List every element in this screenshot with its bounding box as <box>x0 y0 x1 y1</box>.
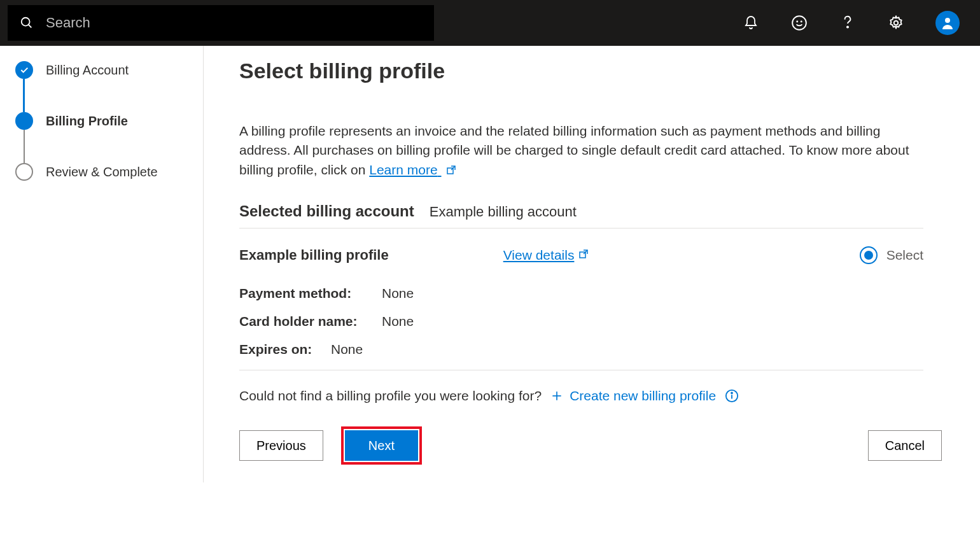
field-card-holder: Card holder name: None <box>239 314 923 329</box>
topbar <box>0 0 980 46</box>
svg-point-6 <box>894 21 899 25</box>
svg-point-3 <box>797 21 797 22</box>
external-link-icon <box>578 248 589 263</box>
description-text: A billing profile represents an invoice … <box>239 123 909 177</box>
selected-billing-account-row: Selected billing account Example billing… <box>239 202 923 228</box>
field-label: Payment method: <box>239 286 373 301</box>
page-title: Select billing profile <box>239 59 942 83</box>
billing-profile-name: Example billing profile <box>239 247 389 263</box>
create-new-billing-profile-link[interactable]: Create new billing profile <box>550 388 716 404</box>
wizard-stepper: Billing Account Billing Profile Review &… <box>0 46 204 482</box>
step-billing-profile[interactable]: Billing Profile <box>15 112 188 130</box>
step-bullet-pending <box>15 163 33 181</box>
next-button[interactable]: Next <box>345 430 418 461</box>
step-label: Review & Complete <box>46 165 158 179</box>
selected-account-value: Example billing account <box>430 204 577 220</box>
description: A billing profile represents an invoice … <box>239 122 923 181</box>
highlight-annotation: Next <box>341 426 422 465</box>
feedback-smile-icon[interactable] <box>790 14 808 32</box>
not-found-text: Could not find a billing profile you wer… <box>239 388 542 404</box>
learn-more-label: Learn more <box>369 162 437 177</box>
step-label: Billing Profile <box>46 114 128 129</box>
info-icon[interactable] <box>725 389 739 403</box>
step-connector <box>24 130 25 163</box>
field-value: None <box>382 286 414 301</box>
select-label: Select <box>886 248 923 263</box>
topbar-actions <box>742 11 972 35</box>
svg-point-5 <box>847 26 848 27</box>
previous-button[interactable]: Previous <box>239 430 323 461</box>
svg-line-1 <box>29 25 32 28</box>
avatar[interactable] <box>935 11 960 35</box>
search-box[interactable] <box>8 5 434 41</box>
wizard-footer-buttons: Previous Next Cancel <box>239 415 942 482</box>
select-profile-radio[interactable]: Select <box>860 246 923 264</box>
search-icon <box>18 14 36 32</box>
step-bullet-current <box>15 112 33 130</box>
view-details-label: View details <box>503 248 575 263</box>
svg-point-0 <box>22 18 30 26</box>
main-panel: Select billing profile A billing profile… <box>204 46 980 482</box>
billing-profile-card: Example billing profile View details Sel… <box>239 228 923 370</box>
field-value: None <box>331 342 363 357</box>
step-label: Billing Account <box>46 63 129 78</box>
svg-point-7 <box>945 18 950 23</box>
learn-more-link[interactable]: Learn more <box>369 162 456 177</box>
not-found-row: Could not find a billing profile you wer… <box>239 370 923 415</box>
step-billing-account[interactable]: Billing Account <box>15 61 188 79</box>
field-expires: Expires on: None <box>239 342 923 357</box>
field-value: None <box>382 314 414 329</box>
billing-profile-fields: Payment method: None Card holder name: N… <box>239 286 923 357</box>
field-label: Card holder name: <box>239 314 373 329</box>
step-connector <box>23 79 25 112</box>
svg-point-2 <box>792 16 806 30</box>
checkmark-icon <box>15 61 33 79</box>
field-payment-method: Payment method: None <box>239 286 923 301</box>
search-input[interactable] <box>46 15 424 31</box>
svg-point-4 <box>801 21 802 22</box>
plus-icon <box>550 390 563 402</box>
help-icon[interactable] <box>839 14 857 32</box>
gear-icon[interactable] <box>887 14 905 32</box>
selected-account-label: Selected billing account <box>239 202 414 220</box>
bell-icon[interactable] <box>742 14 760 32</box>
billing-profile-header: Example billing profile View details Sel… <box>239 246 923 264</box>
field-label: Expires on: <box>239 342 322 357</box>
create-new-label: Create new billing profile <box>570 388 716 404</box>
view-details-link[interactable]: View details <box>503 248 590 263</box>
cancel-button[interactable]: Cancel <box>868 430 942 461</box>
step-review-complete[interactable]: Review & Complete <box>15 163 188 181</box>
external-link-icon <box>445 162 457 181</box>
svg-point-16 <box>731 393 732 394</box>
radio-icon <box>860 246 878 264</box>
